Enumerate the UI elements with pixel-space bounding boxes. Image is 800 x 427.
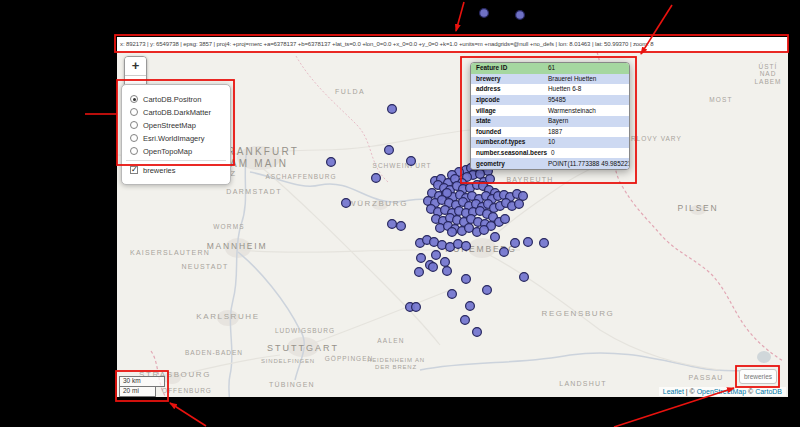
brewery-marker[interactable]	[500, 248, 509, 257]
brewery-marker[interactable]	[412, 303, 421, 312]
popup-row: stateBayern	[471, 116, 629, 127]
radio-icon	[130, 121, 138, 129]
brewery-marker[interactable]	[415, 268, 424, 277]
popup-row-value: Huetten 6-8	[548, 85, 581, 93]
brewery-marker[interactable]	[516, 11, 525, 20]
city-label: PASSAU	[688, 374, 723, 382]
brewery-marker[interactable]	[476, 170, 485, 179]
brewery-marker[interactable]	[432, 251, 441, 260]
brewery-marker[interactable]	[407, 157, 416, 166]
layer-label: breweries	[143, 166, 176, 175]
brewery-marker[interactable]	[397, 222, 406, 231]
brewery-marker[interactable]	[483, 286, 492, 295]
brewery-marker[interactable]	[519, 192, 528, 201]
city-label: NEUSTADT	[182, 263, 229, 271]
attribution-text: | ©	[684, 388, 697, 395]
city-label: BADEN-BADEN	[185, 349, 243, 356]
city-label: FULDA	[335, 88, 365, 96]
zoom-in-button[interactable]: +	[125, 57, 146, 76]
popup-row: number.seasonal.beers0	[471, 148, 629, 159]
city-label: GÖPPINGEN	[325, 355, 373, 362]
popup-row: zipcode95485	[471, 95, 629, 106]
attribution-text: ©	[746, 388, 755, 395]
popup-header-value: 61	[548, 64, 555, 72]
brewery-marker[interactable]	[515, 200, 524, 209]
brewery-marker[interactable]	[429, 263, 438, 272]
popup-row-value: Bayern	[548, 117, 568, 125]
city-label: MANNHEIM	[207, 242, 268, 252]
brewery-marker[interactable]	[524, 238, 533, 247]
brewery-marker[interactable]	[441, 258, 450, 267]
base-layer-option[interactable]: CartoDB.DarkMatter	[130, 107, 222, 117]
brewery-marker[interactable]	[438, 241, 447, 250]
brewery-marker[interactable]	[462, 242, 471, 251]
brewery-marker[interactable]	[342, 199, 351, 208]
popup-row-value: 0	[551, 149, 555, 157]
base-layer-option[interactable]: CartoDB.Positron	[130, 94, 222, 104]
popup-rows: breweryBrauerei HuettenaddressHuetten 6-…	[471, 74, 629, 169]
screenshot-root: x: 892173 | y: 6549738 | epsg: 3857 | pr…	[0, 0, 800, 427]
city-label: ÚSTÍ NAD LABEM	[752, 63, 784, 85]
scale-mi: 20 mi	[119, 386, 156, 397]
feature-popup: Feature ID 61 breweryBrauerei Huettenadd…	[470, 62, 630, 170]
attribution-link[interactable]: CartoDB	[755, 388, 782, 395]
brewery-marker[interactable]	[465, 224, 474, 233]
brewery-marker[interactable]	[473, 328, 482, 337]
brewery-marker[interactable]	[501, 215, 510, 224]
popup-row-value: 10	[548, 138, 555, 146]
city-label: SCHWEINFURT	[373, 162, 432, 169]
brewery-marker[interactable]	[480, 226, 489, 235]
brewery-marker[interactable]	[462, 275, 471, 284]
city-label: LUDWIGSBURG	[275, 327, 335, 334]
base-layer-option[interactable]: OpenStreetMap	[130, 120, 222, 130]
popup-row-label: founded	[476, 128, 548, 136]
brewery-marker[interactable]	[385, 146, 394, 155]
city-label: BAYREUTH	[506, 176, 553, 184]
popup-row-value: 95485	[548, 96, 566, 104]
base-layer-option[interactable]: OpenTopoMap	[130, 146, 222, 156]
overlay-layer-option[interactable]: breweries	[130, 165, 222, 175]
attribution-link[interactable]: OpenStreetMap	[697, 388, 746, 395]
brewery-marker[interactable]	[520, 273, 529, 282]
layers-separator	[126, 160, 226, 161]
attribution-link[interactable]: Leaflet	[663, 388, 684, 395]
brewery-marker[interactable]	[480, 9, 489, 18]
layers-control-panel: CartoDB.PositronCartoDB.DarkMatterOpenSt…	[121, 84, 231, 185]
city-label: KAISERSLAUTERN	[130, 249, 210, 257]
city-label: TÜBINGEN	[269, 381, 315, 389]
city-label: DARMSTADT	[226, 188, 282, 196]
popup-row-label: state	[476, 117, 548, 125]
popup-row-label: address	[476, 85, 548, 93]
brewery-marker[interactable]	[372, 174, 381, 183]
radio-icon	[130, 134, 138, 142]
brewery-marker[interactable]	[388, 220, 397, 229]
popup-header: Feature ID 61	[471, 63, 629, 74]
brewery-marker[interactable]	[436, 224, 445, 233]
popup-row: addressHuetten 6-8	[471, 84, 629, 95]
city-label: AALEN	[377, 337, 404, 344]
brewery-marker[interactable]	[448, 290, 457, 299]
brewery-marker[interactable]	[448, 228, 457, 237]
popup-row: founded1887	[471, 127, 629, 138]
brewery-marker[interactable]	[466, 302, 475, 311]
popup-row-value: POINT(11.773388 49.985221)	[548, 160, 630, 168]
brewery-marker[interactable]	[491, 233, 500, 242]
brewery-marker[interactable]	[454, 240, 463, 249]
scale-control: 30 km 20 mi	[119, 376, 165, 397]
brewery-marker[interactable]	[540, 239, 549, 248]
city-label: MOST	[709, 96, 733, 103]
brewery-marker[interactable]	[511, 239, 520, 248]
base-layer-option[interactable]: Esri.WorldImagery	[130, 133, 222, 143]
brewery-marker[interactable]	[327, 158, 336, 167]
city-label: PILSEN	[677, 204, 718, 214]
layer-label: CartoDB.Positron	[143, 95, 201, 104]
radio-icon	[130, 108, 138, 116]
brewery-marker[interactable]	[417, 254, 426, 263]
breweries-layer-button[interactable]: breweries	[739, 369, 777, 384]
brewery-marker[interactable]	[443, 267, 452, 276]
popup-row-value: 1887	[548, 128, 562, 136]
brewery-marker[interactable]	[388, 105, 397, 114]
radio-icon	[130, 95, 138, 103]
brewery-marker[interactable]	[486, 175, 495, 184]
brewery-marker[interactable]	[461, 316, 470, 325]
